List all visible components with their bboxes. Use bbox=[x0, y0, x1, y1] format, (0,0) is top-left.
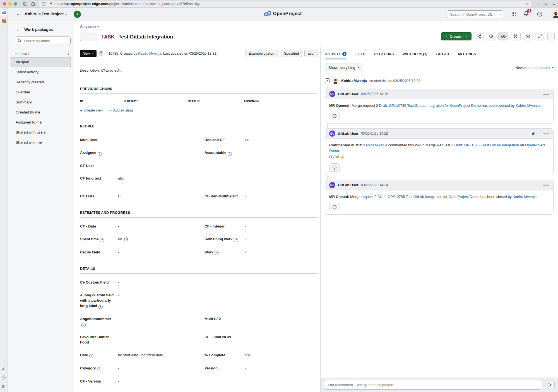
sidebar-item-summary[interactable]: Summary bbox=[11, 97, 71, 107]
quick-button-example-custom[interactable]: Example custom bbox=[246, 50, 278, 57]
fullscreen-button[interactable] bbox=[535, 32, 545, 40]
fox-tab-favicon[interactable] bbox=[1, 18, 6, 23]
close-window-button[interactable] bbox=[3, 2, 6, 6]
set-parent-link[interactable]: Set parent + bbox=[80, 25, 99, 29]
attr-value[interactable]: - bbox=[245, 316, 318, 327]
zoom-window-button[interactable] bbox=[14, 2, 17, 6]
window-controls[interactable] bbox=[3, 2, 17, 6]
project-link[interactable]: OpenProject Demo bbox=[450, 103, 481, 108]
attr-value[interactable]: - bbox=[118, 150, 201, 156]
global-search[interactable] bbox=[447, 10, 503, 18]
work-package-title[interactable]: Test GitLab Integration bbox=[119, 34, 173, 40]
attr-value[interactable]: 0% bbox=[245, 353, 318, 358]
attr-value[interactable]: - bbox=[118, 280, 201, 285]
card-author[interactable]: GitLab User bbox=[338, 132, 359, 136]
openproject-tab-favicon[interactable] bbox=[1, 9, 7, 16]
activity-filter-button[interactable]: Show everything ▼ bbox=[325, 64, 363, 71]
tab-relations[interactable]: RELATIONS bbox=[374, 50, 394, 59]
sidebar-search-input[interactable] bbox=[23, 38, 68, 43]
tab-activity[interactable]: ACTIVITY 1 bbox=[325, 50, 347, 59]
add-reaction-button[interactable] bbox=[329, 112, 340, 120]
card-author[interactable]: GitLab User bbox=[338, 92, 359, 96]
add-reaction-button[interactable] bbox=[329, 163, 340, 172]
tab-files[interactable]: FILES bbox=[355, 50, 365, 59]
sidebar-search[interactable] bbox=[15, 37, 71, 45]
project-selector[interactable]: Kabiru's Test Project▼ bbox=[25, 12, 67, 16]
create-button[interactable]: + Create ▼ bbox=[441, 32, 472, 40]
tab-watchers[interactable]: WATCHERS (1) bbox=[403, 50, 427, 59]
notifications-bell[interactable]: 4 bbox=[524, 11, 529, 16]
attr-value[interactable]: abc bbox=[118, 176, 201, 186]
attr-value[interactable]: - bbox=[118, 250, 201, 255]
modules-grid-icon[interactable] bbox=[511, 11, 516, 16]
author-link[interactable]: Kabiru Mwenja bbox=[138, 52, 161, 55]
help-icon[interactable]: ? bbox=[97, 367, 101, 371]
watch-button[interactable] bbox=[498, 32, 508, 40]
mr-link[interactable]: Draft: OP#10785 Test GitLab Integration bbox=[377, 195, 442, 199]
attr-value[interactable]: - bbox=[118, 316, 201, 327]
user-link[interactable]: Kabiru Mwenja bbox=[516, 103, 540, 108]
attr-value[interactable]: - bbox=[245, 224, 318, 229]
sidebar-item-created-by-me[interactable]: Created by me bbox=[11, 107, 71, 117]
activity-sort-selector[interactable]: Newest at the bottom ▼ bbox=[515, 66, 554, 70]
help-icon[interactable]: ? bbox=[98, 305, 103, 309]
collapse-group-icon[interactable]: ▼ bbox=[67, 53, 69, 55]
sidebar-item-shared-with-users[interactable]: Shared with users bbox=[11, 127, 71, 137]
status-button[interactable]: New ▼ bbox=[80, 50, 97, 57]
attr-value[interactable]: - bbox=[245, 150, 318, 156]
card-menu-icon[interactable]: ••• bbox=[543, 92, 549, 96]
help-icon[interactable] bbox=[537, 11, 542, 17]
status-help-icon[interactable]: ? bbox=[99, 51, 103, 55]
share-button[interactable] bbox=[474, 32, 484, 40]
help-icon[interactable]: ? bbox=[89, 354, 93, 358]
attr-value[interactable]: - bbox=[118, 379, 201, 384]
help-icon[interactable]: ? bbox=[98, 152, 102, 156]
attr-value-spent-time[interactable]: 0h bbox=[118, 237, 201, 242]
attr-value[interactable]: - bbox=[245, 250, 318, 255]
attr-value[interactable]: no start date - no finish date bbox=[118, 353, 201, 358]
user-link[interactable]: Kabiru Mwenja bbox=[513, 195, 537, 199]
bookmark-star-icon[interactable]: ☆ bbox=[525, 2, 529, 6]
global-search-input[interactable] bbox=[449, 12, 500, 17]
quick-button-specified[interactable]: Specified bbox=[281, 50, 302, 57]
comment-input[interactable] bbox=[324, 380, 542, 389]
help-icon[interactable]: ? bbox=[234, 238, 238, 242]
help-icon[interactable]: ? bbox=[81, 323, 86, 327]
add-existing-child-button[interactable]: ∞ Add existing bbox=[109, 108, 133, 112]
help-icon[interactable]: ? bbox=[215, 251, 219, 255]
address-bar[interactable]: https://qa.openproject-edge.com/projects… bbox=[39, 1, 531, 7]
help-icon[interactable]: ? bbox=[100, 238, 104, 242]
attr-value[interactable]: - bbox=[118, 366, 201, 371]
sidebar-back-icon[interactable]: ← bbox=[16, 27, 20, 32]
attr-value[interactable]: - bbox=[245, 194, 318, 199]
attr-value[interactable]: - bbox=[245, 237, 318, 242]
sidebar-item-latest-activity[interactable]: Latest activity bbox=[11, 67, 71, 77]
user-link[interactable]: Kabiru Mwenja bbox=[363, 143, 387, 147]
tab-gitlab[interactable]: GITLAB bbox=[436, 50, 449, 59]
card-menu-icon[interactable]: ••• bbox=[543, 183, 549, 187]
more-options-button[interactable]: ⋮ bbox=[547, 32, 555, 40]
ai-sparkle-icon[interactable] bbox=[1, 367, 6, 371]
mr-link[interactable]: Draft: OP#10785 Test GitLab Integration bbox=[454, 143, 519, 147]
user-avatar[interactable] bbox=[552, 10, 558, 18]
forward-icon[interactable]: → bbox=[535, 1, 540, 6]
create-new-child-button[interactable]: + Create new bbox=[80, 108, 103, 113]
type-badge[interactable]: TASK bbox=[101, 34, 115, 40]
minimize-window-button[interactable] bbox=[8, 2, 12, 6]
project-link[interactable]: OpenProject Demo bbox=[449, 195, 480, 199]
activity-history-button[interactable] bbox=[486, 32, 496, 40]
shield-icon[interactable] bbox=[42, 2, 45, 6]
openproject-logo[interactable]: OpenProject bbox=[264, 11, 302, 16]
spent-time-link[interactable]: 0h bbox=[118, 237, 122, 242]
back-button[interactable]: ← bbox=[80, 33, 97, 41]
card-menu-icon[interactable]: ••• bbox=[543, 132, 549, 136]
settings-gear-icon[interactable]: ⚙ bbox=[1, 384, 5, 389]
sidebar-item-shared-with-me[interactable]: Shared with me bbox=[11, 137, 71, 147]
attr-value[interactable]: no bbox=[245, 137, 318, 143]
attr-value[interactable]: C bbox=[118, 194, 201, 199]
sidebar-toggle-icon[interactable] bbox=[23, 2, 27, 6]
attr-value[interactable]: - bbox=[118, 335, 201, 345]
attr-value[interactable]: - bbox=[118, 224, 201, 229]
created-author[interactable]: Kabiru Mwenja bbox=[341, 79, 367, 83]
add-reaction-button[interactable] bbox=[329, 203, 340, 211]
